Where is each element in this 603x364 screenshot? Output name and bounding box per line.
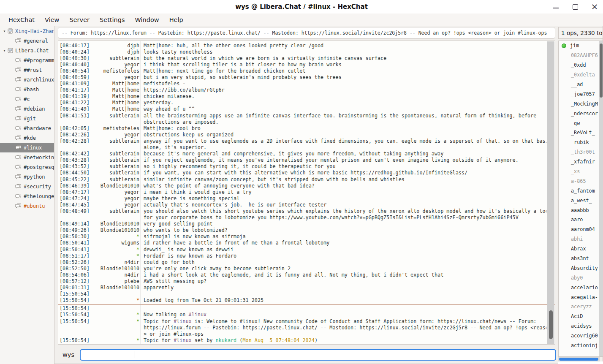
chat-nick: wigums	[93, 240, 139, 246]
tree-item-linux[interactable]: #linux	[0, 143, 54, 152]
chat-message: https://ibb.co/album/rGtp6r	[139, 87, 225, 93]
user-item--th3r00t[interactable]: _th3r00t	[559, 147, 603, 157]
chat-message: anyway if you want to use eaglemode as a…	[139, 138, 546, 144]
maximize-icon	[573, 4, 578, 10]
tree-item-postgresql[interactable]: #postgresql	[0, 162, 54, 172]
user-item-abrax[interactable]: Abrax	[559, 244, 603, 254]
tree-item-kde[interactable]: #kde	[0, 133, 54, 143]
user-item--mockingm[interactable]: _MockingM	[559, 99, 603, 109]
chat-nick: Blondie101010	[93, 183, 139, 189]
userlist-scrollbar[interactable]	[599, 41, 603, 356]
user-item--revolt-[interactable]: _ReVoLt_	[559, 128, 603, 138]
user-nick: jim	[570, 43, 579, 49]
menu-view[interactable]: View	[40, 15, 64, 24]
chat-message: very good selling point	[139, 221, 212, 227]
user-item--0xdd[interactable]: _0xdd	[559, 60, 603, 70]
channel-icon	[15, 125, 22, 131]
chat-scrollbar[interactable]	[547, 41, 554, 344]
tree-item-label: #bash	[24, 87, 39, 92]
user-item-acidsys[interactable]: acidsys	[559, 321, 603, 331]
user-item-actioninj[interactable]: actioninj	[559, 341, 603, 350]
chat-line: [15:50:54]*Loaded log from Tue Oct 21 09…	[58, 297, 546, 304]
tree-item-python[interactable]: #python	[0, 172, 54, 182]
user-item--0xdelta[interactable]: _0xdelta	[559, 70, 603, 80]
chat-nick: Blondie101010	[93, 266, 139, 272]
chat-timestamp: [15:50:54]	[58, 337, 93, 343]
tree-item-xing-hai-zhan[interactable]: ▾Xing-Hai-Zhan	[0, 26, 54, 36]
user-item--xs[interactable]: _xs	[559, 167, 603, 177]
tree-item-c[interactable]: #c	[0, 94, 54, 104]
tree-item-bash[interactable]: #bash	[0, 84, 54, 94]
menu-hexchat[interactable]: HexChat	[3, 15, 40, 24]
menu-help[interactable]: Help	[164, 15, 188, 24]
user-item-acovrig60[interactable]: acovrig60	[559, 331, 603, 341]
minimize-button[interactable]	[551, 3, 560, 11]
tree-item-label: #postgresql	[24, 164, 54, 170]
user-item--joe7057[interactable]: _joe7057	[559, 89, 603, 99]
user-item-acid[interactable]: AciD	[559, 312, 603, 321]
tree-item-security[interactable]: #security	[0, 182, 54, 191]
tree-item-programming[interactable]: ##programming	[0, 55, 54, 65]
log-separator	[58, 304, 546, 305]
user-item-aceryzz[interactable]: aceryzz	[559, 302, 603, 312]
user-nick: _xs	[571, 168, 580, 174]
chat-scrollbar-thumb[interactable]	[549, 310, 553, 339]
user-item-abhi[interactable]: abhi	[559, 234, 603, 244]
close-button[interactable]: ×	[590, 3, 599, 11]
tree-item-libera-chat[interactable]: ▾Libera.Chat	[0, 46, 54, 55]
chat-nick: Blondie101010	[93, 285, 139, 291]
expander-icon[interactable]: ▾	[1, 29, 8, 33]
own-nick-label: wys	[62, 351, 74, 358]
user-item--rubik[interactable]: _rubik	[559, 138, 603, 147]
user-item-acegalla-[interactable]: acegalla-	[559, 292, 603, 302]
user-item-aaro[interactable]: aaro	[559, 215, 603, 225]
user-item-aaronm04[interactable]: aaronm04	[559, 225, 603, 234]
tree-item-general[interactable]: #general	[0, 36, 54, 46]
chat-line: [08:41:22]Matt|homeyesterday.	[58, 100, 546, 106]
chat-timestamp: [08:44:50]	[58, 170, 93, 176]
tree-item-thelounge[interactable]: #thelounge	[0, 191, 54, 201]
chat-message: Matt|home: next time go for the breaded …	[139, 68, 306, 74]
tree-item-git[interactable]: #git	[0, 114, 54, 123]
chat-nick: subtlerain	[93, 208, 139, 214]
chat-line: [08:42:42]subtlerainbecause it's more ge…	[58, 151, 546, 157]
chat-message: sifrmoja1 is now known as sifrmoja	[139, 234, 245, 239]
user-item-abs3nt[interactable]: abs3nt	[559, 254, 603, 263]
user-item-aby0[interactable]: aby0	[559, 273, 603, 283]
user-item--xfafnir[interactable]: _xfafnir	[559, 157, 603, 167]
menu-settings[interactable]: Settings	[95, 15, 130, 24]
tree-item-label: #python	[24, 174, 45, 180]
menu-window[interactable]: Window	[130, 15, 164, 24]
menu-server[interactable]: Server	[64, 15, 95, 24]
tree-item-hardware[interactable]: #hardware	[0, 123, 54, 133]
chat-timestamp: [08:48:49]	[58, 208, 93, 214]
userlist-scrollbar-thumb[interactable]	[600, 43, 603, 98]
user-item-accelario[interactable]: accelario	[559, 283, 603, 292]
chat-area: [08:40:17]djphMatt|home: huh, all the ot…	[58, 41, 555, 345]
expander-icon[interactable]: ▾	[1, 48, 8, 53]
user-item--qw[interactable]: _qw	[559, 118, 603, 128]
chat-line: [08:44:50]subtlerainif you want, you can…	[58, 170, 546, 176]
user-item-082aahpf6[interactable]: 082AAHPF6	[559, 51, 603, 60]
tree-item-debian[interactable]: #debian	[0, 104, 54, 114]
user-item-a-fantom[interactable]: a_fantom	[559, 186, 603, 196]
user-item-jim[interactable]: jim	[559, 41, 603, 51]
tree-item-ubuntu[interactable]: #ubuntu	[0, 201, 54, 211]
tree-item-rust[interactable]: ##rust	[0, 65, 54, 75]
user-item-a-west-[interactable]: a_west_	[559, 196, 603, 205]
user-item-absurdity[interactable]: Absurdity	[559, 263, 603, 273]
maximize-button[interactable]	[571, 3, 579, 11]
channel-icon	[15, 203, 22, 209]
user-item--nderscor[interactable]: _nderscor	[559, 109, 603, 118]
user-item-a-865[interactable]: a-865	[559, 176, 603, 186]
message-input[interactable]	[80, 349, 556, 361]
user-item--ad[interactable]: __ad	[559, 80, 603, 90]
user-item-aaabbb[interactable]: aaabbb	[559, 205, 603, 215]
userlist-horizontal-scrollbar[interactable]	[558, 357, 600, 361]
userlist-horizontal-scrollbar-thumb[interactable]	[559, 358, 598, 361]
topic-bar[interactable]: -- Forum: https://linux.forum -- Pastebi…	[58, 27, 555, 39]
chat-nick: subtlerain	[93, 151, 139, 157]
user-nick: a_fantom	[571, 188, 595, 194]
tree-item-archlinux[interactable]: #archlinux	[0, 75, 54, 84]
tree-item-networking[interactable]: #networking	[0, 152, 54, 162]
